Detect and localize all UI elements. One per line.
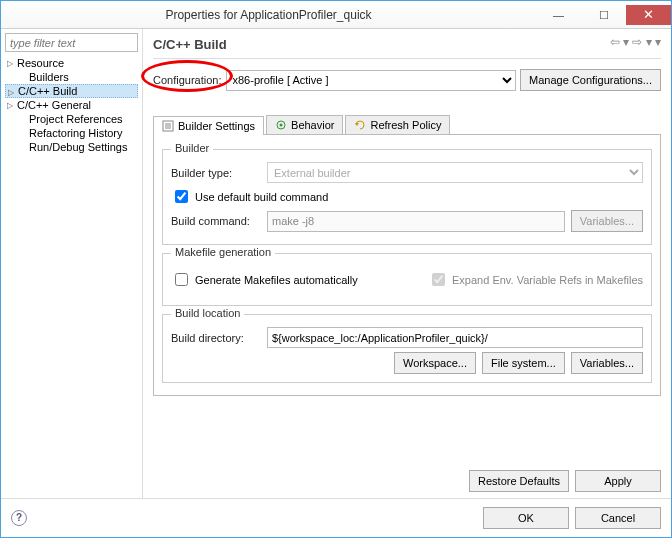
sidebar-item-resource[interactable]: ▷Resource	[5, 56, 138, 70]
makefile-group: Makefile generation Generate Makefiles a…	[162, 253, 652, 306]
manage-configurations-button[interactable]: Manage Configurations...	[520, 69, 661, 91]
refresh-icon	[354, 119, 366, 131]
generate-makefiles-label: Generate Makefiles automatically	[195, 274, 358, 286]
dialog-footer: ? OK Cancel	[1, 498, 671, 537]
expand-env-refs-label: Expand Env. Variable Refs in Makefiles	[452, 274, 643, 286]
sidebar-item-builders[interactable]: Builders	[5, 70, 138, 84]
minimize-button[interactable]: —	[536, 5, 581, 25]
configuration-label: Configuration:	[153, 74, 222, 86]
filter-input[interactable]	[5, 33, 138, 52]
tab-content: Builder Builder type: External builder U…	[153, 135, 661, 396]
location-variables-button[interactable]: Variables...	[571, 352, 643, 374]
sidebar-item-project-references[interactable]: Project References	[5, 112, 138, 126]
nav-arrows[interactable]: ⇦ ▾ ⇨ ▾ ▾	[610, 35, 661, 49]
tab-bar: Builder Settings Behavior Refresh Policy	[153, 115, 661, 135]
ok-button[interactable]: OK	[483, 507, 569, 529]
tab-refresh-policy[interactable]: Refresh Policy	[345, 115, 450, 134]
workspace-button[interactable]: Workspace...	[394, 352, 476, 374]
sidebar-item-run-debug-settings[interactable]: Run/Debug Settings	[5, 140, 138, 154]
window-controls: — ☐ ✕	[536, 5, 671, 25]
restore-defaults-button[interactable]: Restore Defaults	[469, 470, 569, 492]
tab-builder-settings[interactable]: Builder Settings	[153, 116, 264, 135]
main-panel: C/C++ Build ⇦ ▾ ⇨ ▾ ▾ Configuration: x86…	[143, 29, 671, 498]
build-directory-input[interactable]	[267, 327, 643, 348]
maximize-button[interactable]: ☐	[581, 5, 626, 25]
builder-type-select: External builder	[267, 162, 643, 183]
sidebar-item-ccpp-build[interactable]: ▷C/C++ Build	[5, 84, 138, 98]
build-command-input	[267, 211, 565, 232]
configuration-select[interactable]: x86-profile [ Active ]	[226, 70, 517, 91]
build-directory-label: Build directory:	[171, 332, 261, 344]
build-location-group: Build location Build directory: Workspac…	[162, 314, 652, 383]
builder-group-label: Builder	[171, 142, 213, 154]
makefile-group-label: Makefile generation	[171, 246, 275, 258]
window-title: Properties for ApplicationProfiler_quick	[1, 8, 536, 22]
use-default-build-command-label: Use default build command	[195, 191, 328, 203]
builder-group: Builder Builder type: External builder U…	[162, 149, 652, 245]
close-button[interactable]: ✕	[626, 5, 671, 25]
help-icon[interactable]: ?	[11, 510, 27, 526]
build-command-label: Build command:	[171, 215, 261, 227]
tab-behavior[interactable]: Behavior	[266, 115, 343, 134]
build-command-variables-button: Variables...	[571, 210, 643, 232]
document-icon	[162, 120, 174, 132]
svg-point-5	[280, 124, 283, 127]
cancel-button[interactable]: Cancel	[575, 507, 661, 529]
generate-makefiles-checkbox[interactable]	[175, 273, 188, 286]
properties-dialog: Properties for ApplicationProfiler_quick…	[0, 0, 672, 538]
gear-icon	[275, 119, 287, 131]
sidebar-item-refactoring-history[interactable]: Refactoring History	[5, 126, 138, 140]
file-system-button[interactable]: File system...	[482, 352, 565, 374]
expand-env-refs-checkbox	[432, 273, 445, 286]
configuration-row: Configuration: x86-profile [ Active ] Ma…	[153, 69, 661, 91]
page-title: C/C++ Build	[153, 35, 661, 58]
use-default-build-command-checkbox[interactable]	[175, 190, 188, 203]
apply-button[interactable]: Apply	[575, 470, 661, 492]
builder-type-label: Builder type:	[171, 167, 261, 179]
sidebar-item-ccpp-general[interactable]: ▷C/C++ General	[5, 98, 138, 112]
category-sidebar: ▷Resource Builders ▷C/C++ Build ▷C/C++ G…	[1, 29, 143, 498]
dialog-body: ▷Resource Builders ▷C/C++ Build ▷C/C++ G…	[1, 29, 671, 498]
titlebar: Properties for ApplicationProfiler_quick…	[1, 1, 671, 29]
build-location-group-label: Build location	[171, 307, 244, 319]
divider	[153, 58, 661, 59]
